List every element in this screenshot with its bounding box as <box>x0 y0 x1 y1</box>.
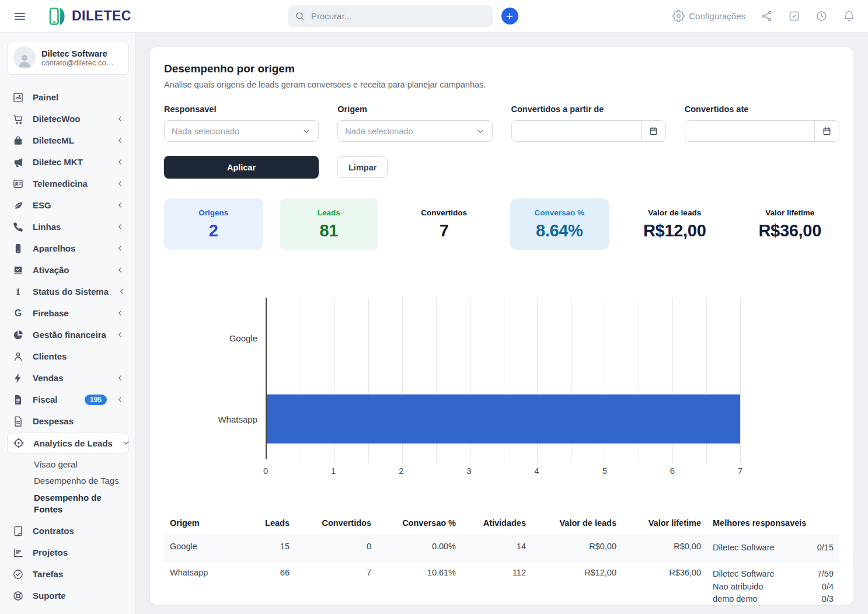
stat-card-valor-de-leads: Valor de leadsR$12,00 <box>625 198 724 250</box>
leaf-icon <box>12 199 24 211</box>
sidebar-item-painel[interactable]: Painel <box>7 86 129 108</box>
column-header-leads: Leads <box>225 512 295 535</box>
search-input[interactable] <box>310 11 486 22</box>
dashboard-icon <box>12 91 24 103</box>
sidebar-subitem-desempenho-de-tags[interactable]: Desempenho de Tags <box>7 475 129 487</box>
responsavel-ratio: 7/59 <box>817 568 834 581</box>
date-from-input[interactable] <box>512 121 641 141</box>
cell: 112 <box>462 561 532 612</box>
sidebar-item-gestao-financeira[interactable]: Gestão financeira <box>7 324 129 346</box>
receipt-icon <box>12 415 24 427</box>
pie-chart-icon <box>12 329 24 341</box>
stat-card-leads: Leads81 <box>280 198 379 250</box>
search-bar[interactable] <box>288 5 493 27</box>
app-logo[interactable]: DILETEC <box>49 7 131 26</box>
sidebar-item-suporte[interactable]: Suporte <box>7 585 129 606</box>
sidebar-subitem-desempenho-de-fontes[interactable]: Desempenho de Fontes <box>7 492 129 516</box>
date-to-input[interactable] <box>685 121 814 141</box>
user-card[interactable]: Diletec Software contato@diletec.com... <box>7 41 129 75</box>
x-tick-label: 2 <box>399 466 403 476</box>
responsavel-name: Diletec Software <box>713 542 775 554</box>
main-content: Desempenho por origem Analise quais orig… <box>135 33 868 614</box>
sidebar-item-linhas[interactable]: Linhas <box>7 216 129 238</box>
sidebar-item-label: Aparelhos <box>33 243 107 253</box>
filter-label-responsavel: Responsavel <box>164 104 319 114</box>
sidebar-item-label: DiletecWoo <box>33 114 107 124</box>
sidebar-item-contratos[interactable]: Contratos <box>7 520 129 542</box>
phone-icon <box>12 221 24 233</box>
cell: 14 <box>462 535 532 561</box>
add-button[interactable] <box>501 8 518 25</box>
history-clock-icon[interactable] <box>815 10 828 22</box>
sidebar-item-firebase[interactable]: GFirebase <box>7 302 129 324</box>
share-icon[interactable] <box>761 10 773 22</box>
cell: 7 <box>295 561 377 612</box>
sidebar-item-despesas[interactable]: Despesas <box>7 410 129 432</box>
responsavel-select[interactable]: Nada selecionado <box>164 120 319 142</box>
cell: R$36,00 <box>622 561 707 612</box>
calendar-icon[interactable] <box>641 121 665 141</box>
stat-label: Valor lifetime <box>765 208 814 217</box>
performance-card: Desempenho por origem Analise quais orig… <box>150 47 853 605</box>
sidebar-item-status-do-sistema[interactable]: iStatus do Sistema <box>7 281 129 302</box>
inbox-check-icon <box>12 264 24 276</box>
table-row-whatsapp: Whatsapp66710.61%112R$12,00R$36,00Dilete… <box>164 561 839 612</box>
svg-text:G: G <box>14 308 21 318</box>
sidebar: Diletec Software contato@diletec.com... … <box>0 33 135 614</box>
sidebar-item-tarefas[interactable]: Tarefas <box>7 563 129 585</box>
mobile-icon <box>12 242 24 254</box>
hamburger-menu-icon[interactable] <box>13 9 27 23</box>
column-header-origem: Origem <box>164 512 225 535</box>
page-title: Desempenho por origem <box>164 62 839 75</box>
chevron-left-icon <box>116 309 124 318</box>
sidebar-item-fiscal[interactable]: Fiscal195 <box>7 389 129 410</box>
calendar-icon[interactable] <box>814 121 839 141</box>
x-tick-label: 5 <box>602 466 607 476</box>
cell: Whatsapp <box>164 561 225 612</box>
id-card-icon <box>12 177 24 190</box>
sidebar-item-diletecml[interactable]: DiletecML <box>7 130 129 151</box>
filters-row: Responsavel Nada selecionado Origem Nada… <box>164 104 839 142</box>
sidebar-item-ativacao[interactable]: Ativação <box>7 259 129 281</box>
origem-select[interactable]: Nada selecionado <box>337 120 492 142</box>
sidebar-subitem-visao-geral[interactable]: Visao geral <box>7 459 129 470</box>
cell: 0 <box>295 535 377 561</box>
info-icon: i <box>12 285 24 298</box>
responsavel-line: Diletec Software0/15 <box>713 542 834 554</box>
responsavel-select-value: Nada selecionado <box>172 127 239 136</box>
sidebar-item-diletecwoo[interactable]: DiletecWoo <box>7 108 129 130</box>
gantt-icon <box>12 546 24 559</box>
filter-label-convertidos-de: Convertidos a partir de <box>511 104 666 114</box>
notifications-bell-icon[interactable] <box>843 10 855 22</box>
sidebar-item-projetos[interactable]: Projetos <box>7 542 129 563</box>
sidebar-item-clientes[interactable]: Clientes <box>7 346 129 367</box>
sidebar-item-telemedicina[interactable]: Telemedicina <box>7 173 129 194</box>
sidebar-item-esg[interactable]: ESG <box>7 194 129 216</box>
page-subtitle: Analise quais origens de leads geram con… <box>164 80 839 89</box>
settings-button[interactable]: Configurações <box>672 10 745 22</box>
sidebar-item-vendas[interactable]: Vendas <box>7 367 129 389</box>
bar-chart: GoogleWhatsapp01234567 <box>164 298 839 483</box>
sidebar-item-analytics-de-leads[interactable]: Analytics de Leads <box>7 432 129 454</box>
megaphone-icon <box>12 156 24 168</box>
bar-whatsapp[interactable] <box>267 395 740 444</box>
chevron-down-icon <box>476 127 485 136</box>
target-icon <box>12 437 25 449</box>
clear-button[interactable]: Limpar <box>337 156 388 178</box>
x-tick-label: 3 <box>466 466 471 476</box>
apply-button[interactable]: Aplicar <box>164 156 319 179</box>
person-icon <box>12 350 24 362</box>
chevron-left-icon <box>116 266 124 274</box>
stats-row: Origens2Leads81Convertidos7Conversao %8.… <box>164 198 839 250</box>
sidebar-item-label: Telemedicina <box>33 179 107 189</box>
stat-card-origens: Origens2 <box>164 198 263 250</box>
sidebar-item-diletec-mkt[interactable]: Diletec MKT <box>7 151 129 173</box>
responsavel-line: demo demo0/3 <box>713 593 834 606</box>
sidebar-item-label: DiletecML <box>33 135 107 145</box>
responsaveis-cell: Diletec Software0/15 <box>707 535 839 561</box>
stat-value: 8.64% <box>536 221 583 240</box>
sidebar-item-aparelhos[interactable]: Aparelhos <box>7 238 129 259</box>
responsavel-name: Nao atribuido <box>713 581 763 594</box>
filter-actions: Aplicar Limpar <box>164 156 839 179</box>
tasks-check-icon[interactable] <box>788 10 800 22</box>
